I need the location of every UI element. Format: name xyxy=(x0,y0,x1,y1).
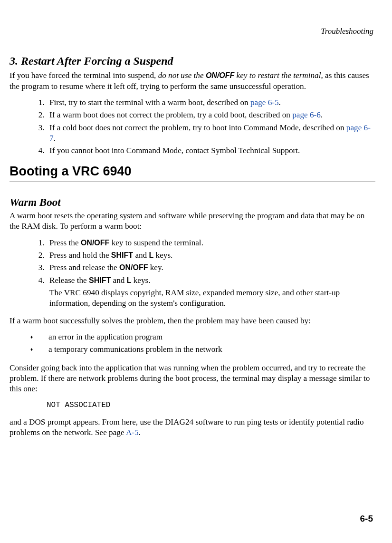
text: If a warm boot does not correct the prob… xyxy=(49,110,292,119)
list-item: First, try to start the terminal with a … xyxy=(47,97,375,108)
key-shift: SHIFT xyxy=(89,276,111,284)
list-item: an error in the application program xyxy=(30,332,375,342)
list-item: Press the ON/OFF key to suspend the term… xyxy=(47,238,375,248)
text: key to suspend the terminal. xyxy=(109,238,203,247)
section-3-steps: First, try to start the terminal with a … xyxy=(10,97,375,156)
link-page-6-5[interactable]: page 6-5 xyxy=(250,98,279,107)
list-item: If a warm boot does not correct the prob… xyxy=(47,110,375,120)
text: and xyxy=(133,251,149,260)
section-3-intro: If you have forced the terminal into sus… xyxy=(10,70,375,92)
text: keys. xyxy=(153,251,172,260)
text: If you have forced the terminal into sus… xyxy=(10,71,158,80)
text: key to restart the terminal xyxy=(234,71,321,80)
key-onoff: ON/OFF xyxy=(119,263,148,272)
consider-paragraph: Consider going back into the application… xyxy=(10,363,375,395)
warm-boot-heading: Warm Boot xyxy=(10,195,375,210)
code-not-associated: NOT ASSOCIATED xyxy=(47,400,375,410)
text: Press the xyxy=(49,238,81,247)
text: Press and release the xyxy=(49,263,119,272)
text: do not use the xyxy=(158,71,206,80)
key-l: L xyxy=(127,276,132,284)
step-4-note: The VRC 6940 displays copyright, RAM siz… xyxy=(49,288,375,309)
text: and a DOS prompt appears. From here, use… xyxy=(10,417,364,437)
warm-boot-after: If a warm boot successfully solves the p… xyxy=(10,316,375,326)
key-l: L xyxy=(149,251,154,259)
warm-boot-intro: A warm boot resets the operating system … xyxy=(10,211,375,232)
list-item: If a cold boot does not correct the prob… xyxy=(47,123,375,144)
section-3-heading: 3. Restart After Forcing a Suspend xyxy=(10,54,375,68)
cause-bullets: an error in the application program a te… xyxy=(10,332,375,355)
list-item: Press and release the ON/OFF key. xyxy=(47,262,375,273)
text: Release the xyxy=(49,276,89,285)
key-onoff: ON/OFF xyxy=(81,239,109,247)
running-header: Troubleshooting xyxy=(10,26,375,37)
text: If a cold boot does not correct the prob… xyxy=(49,123,346,132)
text: . xyxy=(139,428,141,437)
list-item: Release the SHIFT and L keys. The VRC 69… xyxy=(47,275,375,309)
booting-heading: Booting a VRC 6940 xyxy=(10,163,375,182)
text: key. xyxy=(148,263,163,272)
dos-paragraph: and a DOS prompt appears. From here, use… xyxy=(10,417,375,438)
list-item: If you cannot boot into Command Mode, co… xyxy=(47,145,375,156)
text: Press and hold the xyxy=(49,251,111,260)
text: . xyxy=(54,134,56,143)
list-item: a temporary communications problem in th… xyxy=(30,344,375,355)
list-item: Press and hold the SHIFT and L keys. xyxy=(47,250,375,261)
warm-boot-steps: Press the ON/OFF key to suspend the term… xyxy=(10,238,375,309)
link-page-a-5[interactable]: A-5 xyxy=(126,428,139,437)
text: . xyxy=(279,98,281,107)
emphasis: do not use the ON/OFF key to restart the… xyxy=(158,71,321,80)
key-onoff: ON/OFF xyxy=(206,71,234,79)
text: First, try to start the terminal with a … xyxy=(49,98,250,107)
text: keys. xyxy=(131,276,150,285)
text: If you cannot boot into Command Mode, co… xyxy=(49,146,300,155)
text: . xyxy=(321,110,323,119)
text: and xyxy=(111,276,126,285)
link-page-6-6[interactable]: page 6-6 xyxy=(292,110,321,119)
key-shift: SHIFT xyxy=(111,251,133,259)
page-number: 6-5 xyxy=(360,513,373,525)
